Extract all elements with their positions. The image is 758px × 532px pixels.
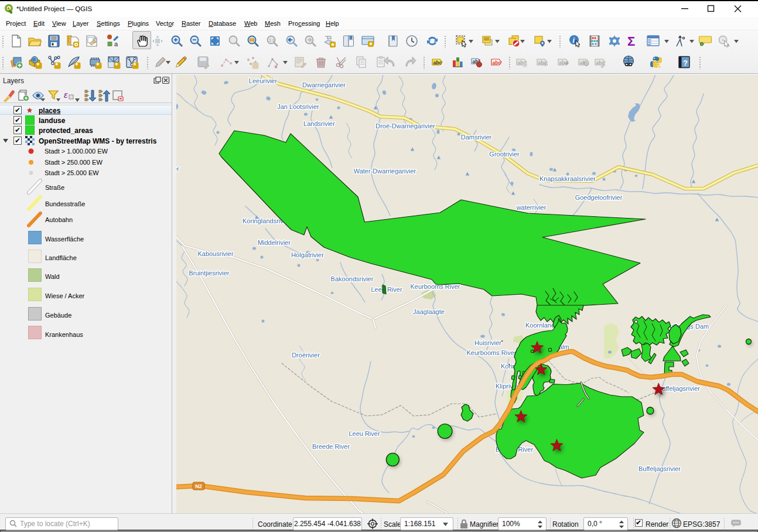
svg-text:Jan Lootsrivier: Jan Lootsrivier (277, 103, 319, 110)
svg-text:*: * (56, 62, 59, 69)
svg-text:Droë-Dwarriegarivier: Droë-Dwarriegarivier (375, 122, 435, 129)
svg-text:Knapsakkraalsrivier: Knapsakkraalsrivier (540, 175, 596, 182)
svg-text:Jaaglaagte: Jaaglaagte (413, 308, 445, 315)
svg-text:Σ: Σ (627, 34, 635, 48)
svg-text:Grootrivier: Grootrivier (489, 151, 520, 158)
svg-text:abc: abc (433, 60, 442, 66)
svg-text:Bakoondsrivier: Bakoondsrivier (331, 275, 374, 282)
svg-text:a: a (114, 40, 118, 47)
svg-text:Keurbooms River: Keurbooms River (467, 349, 517, 356)
svg-text:Goedgeloofrivier: Goedgeloofrivier (575, 194, 623, 201)
svg-text:Water-Dwarriegarivier: Water-Dwarriegarivier (354, 168, 416, 175)
svg-text:Leeu River: Leeu River (349, 430, 380, 437)
svg-text:Dwarriegarivier: Dwarriegarivier (302, 81, 346, 88)
svg-text:*: * (115, 62, 118, 69)
svg-text:Damsrivier: Damsrivier (461, 134, 492, 141)
svg-text:*: * (76, 62, 78, 69)
svg-text:rivier: rivier (176, 165, 179, 172)
svg-text:*: * (134, 62, 136, 69)
svg-text:1:1: 1:1 (269, 38, 275, 42)
svg-text:Koornland: Koornland (525, 322, 555, 329)
svg-text:N2: N2 (195, 483, 202, 489)
svg-text:ε: ε (64, 90, 68, 100)
svg-text:Huisrivier: Huisrivier (474, 339, 501, 346)
svg-text:waterrivier: waterrivier (516, 204, 547, 211)
svg-text:Holgatrivier: Holgatrivier (291, 251, 324, 258)
svg-text:Leeu River: Leeu River (371, 286, 402, 293)
svg-text:*: * (37, 62, 40, 69)
svg-text:Buffeljagsrivier: Buffeljagsrivier (639, 465, 681, 472)
svg-text:*: * (97, 62, 100, 69)
svg-text:Middelrivier: Middelrivier (258, 239, 291, 246)
svg-text:abc: abc (493, 60, 501, 66)
svg-text:Landsrivier: Landsrivier (303, 120, 335, 127)
svg-text:Bruintjiesrivier: Bruintjiesrivier (189, 270, 229, 277)
svg-text:?: ? (683, 59, 688, 67)
svg-text:Droërivier: Droërivier (292, 352, 320, 359)
svg-text:Leeurivier: Leeurivier (249, 77, 278, 84)
svg-text:Kabousrivier: Kabousrivier (197, 250, 233, 257)
svg-text:Breede River: Breede River (312, 443, 350, 450)
